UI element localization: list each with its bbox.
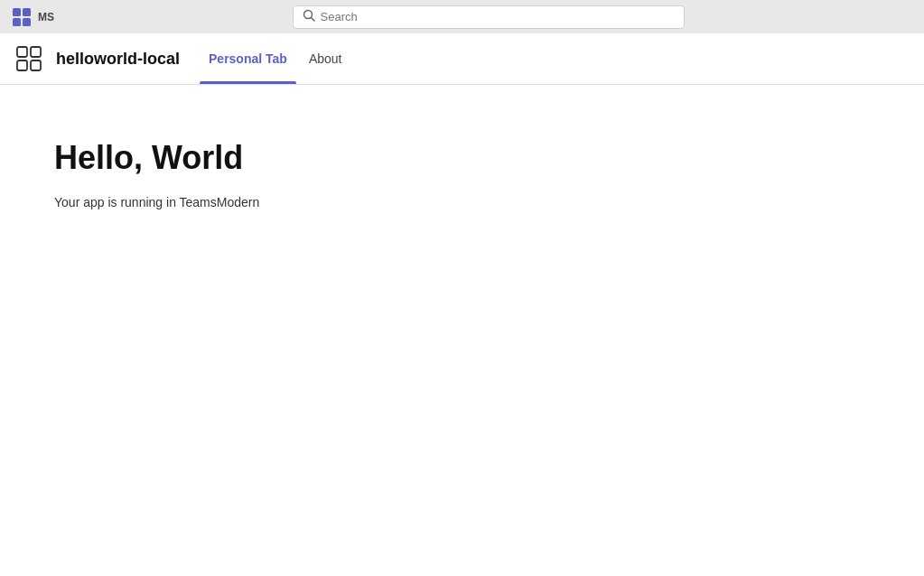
svg-rect-3: [23, 18, 31, 26]
search-input[interactable]: [321, 10, 675, 23]
main-content: Hello, World Your app is running in Team…: [0, 85, 924, 576]
app-tab-bar: helloworld-local Personal Tab About: [0, 33, 924, 85]
main-title: Hello, World: [54, 139, 870, 177]
svg-line-5: [311, 18, 314, 22]
main-subtitle: Your app is running in TeamsModern: [54, 195, 870, 209]
tab-personal-tab[interactable]: Personal Tab: [200, 33, 296, 84]
app-name: helloworld-local: [56, 50, 180, 69]
svg-rect-1: [23, 8, 31, 16]
ms-teams-logo: [11, 6, 33, 28]
ms-logo-area: MS: [11, 6, 54, 28]
svg-rect-0: [13, 8, 21, 16]
top-bar: MS: [0, 0, 924, 33]
svg-rect-6: [17, 47, 27, 57]
svg-rect-9: [31, 60, 41, 70]
tab-about[interactable]: About: [300, 33, 351, 84]
app-icon: [14, 44, 43, 73]
svg-rect-2: [13, 18, 21, 26]
search-icon: [303, 9, 315, 24]
ms-label: MS: [38, 11, 54, 23]
svg-rect-8: [17, 60, 27, 70]
svg-rect-7: [31, 47, 41, 57]
search-bar[interactable]: [293, 5, 685, 29]
tabs: Personal Tab About: [200, 33, 350, 84]
